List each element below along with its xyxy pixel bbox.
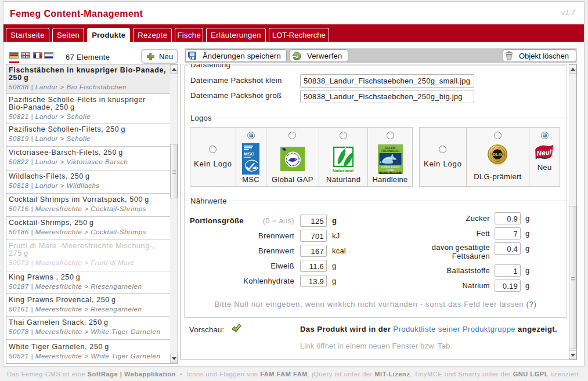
- svg-text:IM CORAL DREIECK: IM CORAL DREIECK: [381, 172, 399, 174]
- svg-text:MSC: MSC: [244, 151, 254, 157]
- svg-text:FREUNDLICH: FREUNDLICH: [381, 150, 399, 153]
- svg-text:Naturland: Naturland: [333, 168, 354, 173]
- svg-text:DLG: DLG: [493, 152, 502, 157]
